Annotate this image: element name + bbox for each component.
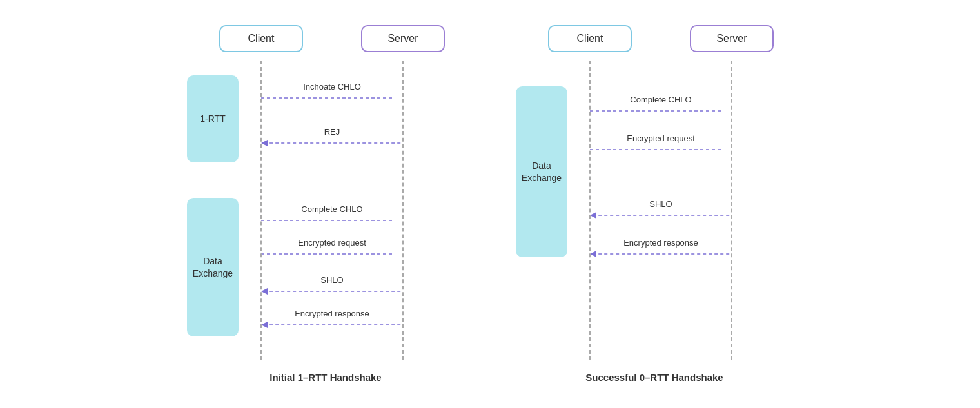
diagram1-label-shlo: SHLO [261,275,403,285]
diagram2-title: Successful 0–RTT Handshake [585,372,723,383]
diagram-2: Client Server DataExchange Complete CHLO… [516,25,793,383]
diagram1-arrow-inchoate-chlo: Inchoate CHLO [261,82,403,106]
diagram2-server-box: Server [690,25,774,52]
diagram2-client-box: Client [548,25,632,52]
diagram2-arrow-shlo-line [590,210,732,220]
diagram2-server-label: Server [716,33,747,44]
svg-marker-11 [261,322,268,328]
diagram1-server-label: Server [387,33,418,44]
diagram1-server-box: Server [361,25,445,52]
diagram1-arrow-rej: REJ [261,127,403,151]
diagram-2-body: Client Server DataExchange Complete CHLO… [516,25,793,360]
diagram1-label-data-exchange: DataExchange [187,198,239,336]
diagram2-lifeline-client [589,61,591,360]
diagram1-client-box: Client [219,25,303,52]
svg-marker-3 [261,140,268,146]
diagram1-lifeline-server [402,61,404,360]
svg-marker-9 [261,288,268,295]
svg-marker-17 [590,212,596,219]
diagram2-arrow-complete-chlo: Complete CHLO [590,95,732,119]
diagram2-label-complete-chlo: Complete CHLO [590,95,732,104]
diagram1-label-encrypted-response: Encrypted response [261,309,403,318]
diagram2-label-shlo: SHLO [590,199,732,209]
svg-marker-19 [590,251,596,257]
diagram1-label-1rtt: 1-RTT [187,75,239,162]
diagram1-arrow-encrypted-request-line [261,249,403,259]
diagram1-label-inchoate-chlo: Inchoate CHLO [261,82,403,92]
diagram1-label-rej: REJ [261,127,403,137]
diagram1-arrow-encrypted-response: Encrypted response [261,309,403,333]
diagrams-container: Client Server 1-RTT DataExchange Inchoat… [161,6,819,402]
diagram2-label-encrypted-response: Encrypted response [590,238,732,248]
diagram-1-body: Client Server 1-RTT DataExchange Inchoat… [187,25,464,360]
diagram2-arrow-encrypted-request-line [590,144,732,155]
diagram1-client-label: Client [248,33,275,44]
diagram1-arrow-shlo: SHLO [261,275,403,299]
diagram2-client-label: Client [577,33,603,44]
diagram1-arrow-complete-chlo: Complete CHLO [261,204,403,228]
diagram2-arrow-encrypted-response-line [590,249,732,259]
diagram1-arrow-rej-line [261,138,403,148]
diagram1-arrow-complete-chlo-line [261,215,403,226]
diagram1-arrow-encrypted-response-line [261,320,403,330]
diagram1-arrow-encrypted-request: Encrypted request [261,238,403,262]
diagram1-label-complete-chlo: Complete CHLO [261,204,403,214]
diagram2-arrow-encrypted-request: Encrypted request [590,133,732,157]
diagram1-arrow-inchoate-chlo-line [261,93,403,103]
diagram1-title: Initial 1–RTT Handshake [270,372,381,383]
diagram2-arrow-encrypted-response: Encrypted response [590,238,732,262]
diagram2-arrow-complete-chlo-line [590,106,732,116]
diagram2-label-data-exchange: DataExchange [516,86,567,257]
diagram-1: Client Server 1-RTT DataExchange Inchoat… [187,25,464,383]
diagram2-label-encrypted-request: Encrypted request [590,133,732,143]
diagram1-lifeline-client [260,61,262,360]
diagram2-arrow-shlo: SHLO [590,199,732,223]
diagram2-lifeline-server [731,61,732,360]
diagram1-arrow-shlo-line [261,286,403,296]
diagram1-label-encrypted-request: Encrypted request [261,238,403,248]
